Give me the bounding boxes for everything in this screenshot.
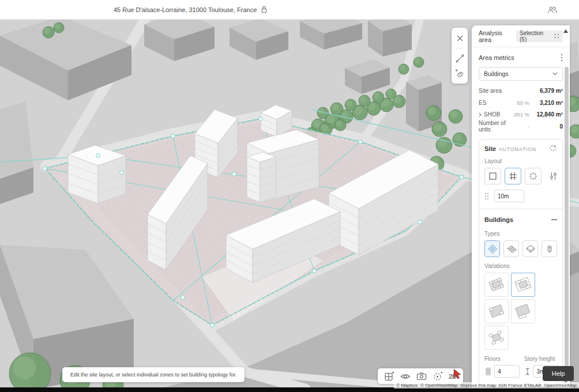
variation-thumbnail-2-selected[interactable] xyxy=(511,273,535,297)
close-icon[interactable] xyxy=(453,31,467,46)
metric-label: Site area xyxy=(479,88,509,94)
selection-mode-icon xyxy=(554,33,559,39)
kebab-menu-icon[interactable] xyxy=(561,54,563,62)
attribution-improve-link[interactable]: Improve this map xyxy=(461,383,496,388)
metric-label: ES xyxy=(479,100,509,106)
mode-2d-button[interactable]: 2D xyxy=(449,373,457,380)
metric-pct: - xyxy=(509,123,529,130)
grid-spacing-input[interactable]: 10m xyxy=(494,190,524,202)
camera-icon[interactable] xyxy=(416,372,427,380)
layout-label: Layout xyxy=(484,158,557,164)
area-metrics-section: Area metrics Buildings Site area 6,379 m… xyxy=(472,47,570,134)
building-type-perimeter-button[interactable] xyxy=(484,240,500,257)
building-type-tower-button[interactable] xyxy=(542,240,557,257)
project-address[interactable]: 45 Rue D'alsace-Lorraine, 31000 Toulouse… xyxy=(114,6,257,13)
metrics-dropdown[interactable]: Buildings xyxy=(479,67,563,81)
map-attribution: © Mapbox © OpenStreetMap Improve this ma… xyxy=(394,382,579,389)
attribution-ign[interactable]: IGN France ETALAB xyxy=(499,383,542,388)
panel-header: Analysis area Selection (5) xyxy=(472,25,570,47)
collaborators-icon[interactable] xyxy=(547,5,558,15)
variation-thumbnail-4[interactable] xyxy=(511,299,535,323)
metric-value: 12,840 m² xyxy=(529,111,563,118)
buildings-section-title: Buildings xyxy=(484,216,513,223)
visibility-eye-icon[interactable] xyxy=(400,372,411,380)
collapse-minus-icon[interactable] xyxy=(551,219,557,220)
floors-input[interactable]: 4 xyxy=(494,365,520,378)
variation-thumbnail-5[interactable] xyxy=(484,326,509,350)
area-metrics-title: Area metrics xyxy=(479,54,514,61)
site-automation-subtitle: AUTOMATION xyxy=(499,146,536,152)
site-automation-card: SiteAUTOMATION Layout xyxy=(479,139,563,392)
types-label: Types xyxy=(484,231,557,237)
variation-thumbnail-3[interactable] xyxy=(484,299,509,323)
hint-tooltip: Edit the site layout, or select individu… xyxy=(62,367,245,382)
recenter-focus-icon[interactable] xyxy=(433,371,443,382)
metric-pct: 50 % xyxy=(509,100,529,106)
building-type-courtyard-button[interactable] xyxy=(522,240,538,257)
metric-pct: 201 % xyxy=(509,111,529,118)
draw-zone-tool-icon[interactable] xyxy=(453,66,467,81)
metric-label: Number of units xyxy=(479,120,509,133)
story-height-icon xyxy=(524,367,531,376)
map-layers-icon[interactable] xyxy=(384,371,394,382)
top-bar: 45 Rue D'alsace-Lorraine, 31000 Toulouse… xyxy=(0,0,579,20)
metric-value: 3,210 m² xyxy=(529,100,563,106)
layout-grid-button[interactable] xyxy=(505,168,521,184)
attribution-osm2[interactable]: OpenStreetMap xyxy=(544,383,577,388)
toolbar-divider xyxy=(455,48,464,48)
metrics-dropdown-value: Buildings xyxy=(484,70,509,77)
metric-label: SHOB xyxy=(479,111,509,118)
spacing-dots-icon xyxy=(484,193,491,200)
variations-label: Variations xyxy=(484,263,557,269)
layout-perimeter-button[interactable] xyxy=(484,168,501,184)
selection-chip[interactable]: Selection (5) xyxy=(516,31,563,42)
lock-icon xyxy=(261,6,268,13)
site-automation-title: Site xyxy=(484,145,496,152)
variation-thumbnail-1[interactable] xyxy=(484,273,509,297)
automation-icon[interactable] xyxy=(548,145,557,152)
metric-row-units: Number of units - 0 xyxy=(479,121,563,133)
analysis-panel: Analysis area Selection (5) Area metrics… xyxy=(472,25,570,392)
chevron-down-icon xyxy=(552,72,558,76)
attribution-osm[interactable]: © OpenStreetMap xyxy=(420,383,458,388)
view-toolbar: 2D xyxy=(378,368,463,384)
floors-label: Floors xyxy=(484,356,520,362)
panel-scroll-up-arrow[interactable] xyxy=(563,29,568,33)
hint-tooltip-text: Edit the site layout, or select individu… xyxy=(70,372,236,378)
metric-value: 0 xyxy=(529,123,563,130)
draw-toolbar xyxy=(452,28,468,84)
layout-settings-sliders-icon[interactable] xyxy=(550,172,557,180)
metric-value: 6,379 m² xyxy=(529,88,563,94)
story-height-label: Story height xyxy=(524,356,559,362)
floors-icon xyxy=(484,367,492,376)
panel-scrollbar-thumb[interactable] xyxy=(565,67,569,368)
attribution-mapbox[interactable]: © Mapbox xyxy=(396,383,418,388)
layout-radial-button[interactable] xyxy=(525,168,542,184)
help-button[interactable]: Help xyxy=(543,366,574,381)
building-type-rows-button[interactable] xyxy=(503,240,519,257)
line-tool-icon[interactable] xyxy=(453,51,467,66)
panel-title: Analysis area xyxy=(479,29,516,43)
selection-chip-label: Selection (5) xyxy=(520,30,551,43)
card-divider xyxy=(479,209,562,209)
metric-row-es: ES 50 % 3,210 m² xyxy=(479,97,563,109)
metric-row-site-area: Site area 6,379 m² xyxy=(479,85,563,97)
chevron-right-icon[interactable] xyxy=(479,112,482,117)
metric-row-shob: SHOB 201 % 12,840 m² xyxy=(479,109,563,120)
